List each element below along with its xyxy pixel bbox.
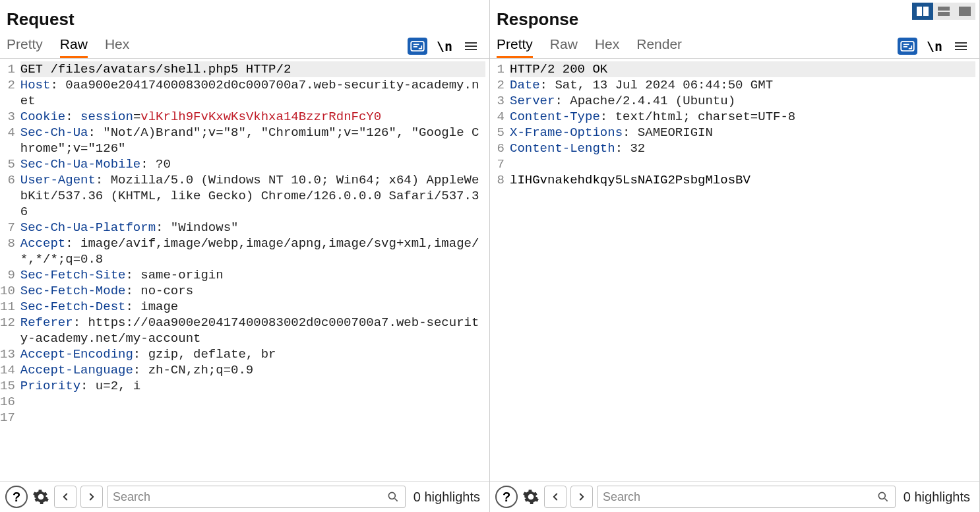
response-search-input[interactable] <box>603 490 876 504</box>
code-line <box>510 156 975 172</box>
hamburger-menu-icon[interactable] <box>952 37 970 55</box>
code-line: Sec-Ch-Ua: "Not/A)Brand";v="8", "Chromiu… <box>20 125 485 156</box>
response-bottom-bar: ? 0 highlights <box>490 481 979 512</box>
show-newlines-icon[interactable]: \n <box>925 37 944 55</box>
code-line: lIHGvnakehdkqy5LsNAIG2PsbgMlosBV <box>510 172 975 188</box>
response-highlights-count: 0 highlights <box>900 490 974 505</box>
help-button[interactable]: ? <box>5 486 28 508</box>
code-line: Sec-Fetch-Site: same-origin <box>20 267 485 283</box>
response-title: Response <box>490 0 979 34</box>
next-match-button[interactable] <box>570 486 593 508</box>
request-pane: Request PrettyRawHex \n 1234567891011121… <box>0 0 490 512</box>
search-icon <box>386 490 400 503</box>
request-tabs-row: PrettyRawHex \n <box>0 34 489 59</box>
code-line: Content-Length: 32 <box>510 141 975 156</box>
code-line: Accept-Language: zh-CN,zh;q=0.9 <box>20 362 485 378</box>
tab-render[interactable]: Render <box>636 34 682 58</box>
response-tabs-row: PrettyRawHexRender \n <box>490 34 979 59</box>
code-line: Sec-Fetch-Dest: image <box>20 299 485 315</box>
svg-rect-9 <box>959 7 971 16</box>
svg-point-3 <box>388 492 395 499</box>
svg-line-4 <box>394 499 397 501</box>
svg-point-13 <box>878 492 885 499</box>
code-line: Accept: image/avif,image/webp,image/apng… <box>20 236 485 267</box>
next-match-button[interactable] <box>80 486 103 508</box>
code-line: X-Frame-Options: SAMEORIGIN <box>510 125 975 141</box>
layout-columns-icon[interactable] <box>912 3 933 20</box>
code-line: Sec-Fetch-Mode: no-cors <box>20 283 485 299</box>
request-title: Request <box>0 0 489 34</box>
code-line <box>20 410 485 426</box>
tab-raw[interactable]: Raw <box>550 34 578 58</box>
request-actions-icon[interactable] <box>408 38 427 55</box>
svg-rect-7 <box>938 7 950 11</box>
code-line: Host: 0aa900e20417400083002d0c000700a7.w… <box>20 77 485 109</box>
prev-match-button[interactable] <box>54 486 77 508</box>
layout-rows-icon[interactable] <box>933 3 954 20</box>
code-line: User-Agent: Mozilla/5.0 (Windows NT 10.0… <box>20 172 485 220</box>
response-search-box[interactable] <box>597 486 896 508</box>
settings-gear-icon[interactable] <box>522 488 540 506</box>
tab-pretty[interactable]: Pretty <box>7 34 43 58</box>
svg-line-14 <box>884 499 887 501</box>
search-icon <box>876 490 890 503</box>
request-bottom-bar: ? 0 highlights <box>0 481 489 512</box>
request-search-box[interactable] <box>107 486 406 508</box>
code-line: Accept-Encoding: gzip, deflate, br <box>20 346 485 362</box>
layout-single-icon[interactable] <box>954 3 975 20</box>
tab-raw[interactable]: Raw <box>60 34 88 58</box>
hamburger-menu-icon[interactable] <box>462 37 480 55</box>
settings-gear-icon[interactable] <box>32 488 50 506</box>
code-line: Server: Apache/2.4.41 (Ubuntu) <box>510 93 975 109</box>
layout-toggle <box>912 3 975 20</box>
show-newlines-icon[interactable]: \n <box>435 37 454 55</box>
code-line <box>20 394 485 410</box>
code-line: GET /files/avatars/shell.php5 HTTP/2 <box>20 61 485 77</box>
request-search-input[interactable] <box>113 490 386 504</box>
help-button[interactable]: ? <box>495 486 518 508</box>
response-actions-icon[interactable] <box>898 38 917 55</box>
svg-rect-8 <box>938 12 950 16</box>
tab-hex[interactable]: Hex <box>595 34 619 58</box>
code-line: Sec-Ch-Ua-Mobile: ?0 <box>20 156 485 172</box>
code-line: Priority: u=2, i <box>20 378 485 394</box>
response-pane: Response PrettyRawHexRender \n 12345678 … <box>490 0 980 512</box>
code-line: Referer: https://0aa900e20417400083002d0… <box>20 315 485 346</box>
response-editor[interactable]: 12345678 HTTP/2 200 OKDate: Sat, 13 Jul … <box>490 59 979 481</box>
code-line: Content-Type: text/html; charset=UTF-8 <box>510 109 975 125</box>
prev-match-button[interactable] <box>544 486 567 508</box>
svg-rect-6 <box>923 7 929 16</box>
tab-hex[interactable]: Hex <box>105 34 129 58</box>
svg-rect-5 <box>917 7 922 16</box>
code-line: Date: Sat, 13 Jul 2024 06:44:50 GMT <box>510 77 975 93</box>
request-highlights-count: 0 highlights <box>410 490 484 505</box>
tab-pretty[interactable]: Pretty <box>497 34 533 58</box>
request-editor[interactable]: 1234567891011121314151617 GET /files/ava… <box>0 59 489 481</box>
code-line: Sec-Ch-Ua-Platform: "Windows" <box>20 220 485 236</box>
code-line: Cookie: session=vlKrlh9FvKxwKsVkhxa14Bzz… <box>20 109 485 125</box>
code-line: HTTP/2 200 OK <box>510 61 975 77</box>
